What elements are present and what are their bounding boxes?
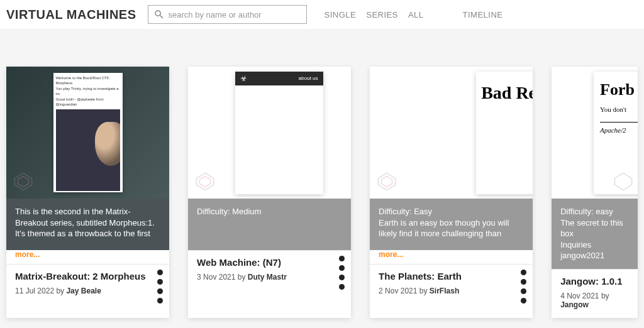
thumb-line: Welcome to the Boot2Root CTF, Morpheus: [56, 75, 120, 86]
nav-all[interactable]: ALL: [408, 10, 424, 19]
thumbnail-mini: Bad Requ: [476, 72, 533, 194]
card-description: This is the second in the Matrix-Breakou…: [6, 199, 169, 250]
thumb-sub-text: You don't: [600, 106, 638, 113]
vm-card[interactable]: Welcome to the Boot2Root CTF, Morpheus Y…: [6, 67, 169, 318]
vm-author[interactable]: Jay Beale: [66, 287, 101, 295]
brand-logo-icon: [376, 171, 397, 192]
card-footer: Web Machine: (N7) 3 Nov 2021 by Duty Mas…: [188, 250, 351, 290]
card-thumbnail: Forb You don't Apache/2: [552, 67, 638, 199]
thumb-line: Good luck! - @jaybeale from @inguardian: [56, 97, 120, 107]
vm-title[interactable]: The Planets: Earth: [379, 271, 524, 282]
vm-meta: 3 Nov 2021 by Duty Mastr: [197, 273, 342, 282]
brand-logo-icon: [613, 171, 634, 192]
vm-card[interactable]: Forb You don't Apache/2 Difficulty: easy…: [552, 67, 638, 318]
thumbnail-mini: ☣about us: [235, 72, 323, 194]
vm-meta: 4 Nov 2021 by Jangow: [560, 292, 629, 309]
card-description: Difficulty: Medium: [188, 199, 351, 250]
thumb-big-text: Forb: [600, 80, 638, 99]
card-menu-icon[interactable]: [339, 256, 345, 290]
svg-marker-1: [18, 177, 29, 187]
svg-marker-2: [196, 173, 213, 190]
svg-marker-5: [382, 177, 392, 187]
svg-marker-4: [378, 173, 395, 190]
card-footer: The Planets: Earth 2 Nov 2021 by SirFlas…: [370, 264, 533, 304]
thumb-header-text: about us: [299, 75, 318, 81]
nav-timeline[interactable]: TIMELINE: [463, 10, 503, 19]
card-description: Difficulty: Easy Earth is an easy box th…: [370, 199, 533, 250]
vm-author[interactable]: Jangow: [560, 300, 589, 309]
svg-marker-0: [14, 173, 31, 190]
more-link[interactable]: more...: [6, 250, 169, 264]
vm-author[interactable]: SirFlash: [430, 287, 459, 295]
vm-card[interactable]: Bad Requ Difficulty: Easy Earth is an ea…: [370, 67, 533, 318]
brand-logo-icon: [194, 171, 216, 192]
card-menu-icon[interactable]: [521, 270, 526, 303]
card-menu-icon[interactable]: [157, 270, 163, 303]
card-footer: Jangow: 1.0.1 4 Nov 2021 by Jangow: [552, 269, 638, 318]
topbar: VIRTUAL MACHINES SINGLE SERIES ALL TIMEL…: [0, 0, 644, 29]
search-icon: [153, 9, 165, 20]
brand-logo-icon: [13, 171, 34, 192]
card-thumbnail: ☣about us: [188, 67, 351, 199]
nav: SINGLE SERIES ALL TIMELINE: [325, 10, 503, 19]
nav-single[interactable]: SINGLE: [325, 10, 357, 19]
card-thumbnail: Bad Requ: [370, 67, 533, 199]
thumb-line: You play Trinity, trying to investigate …: [56, 86, 120, 97]
thumbnail-mini: Welcome to the Boot2Root CTF, Morpheus Y…: [53, 73, 123, 192]
vm-title[interactable]: Web Machine: (N7): [197, 257, 342, 268]
thumb-foot-text: Apache/2: [600, 126, 638, 134]
card-thumbnail: Welcome to the Boot2Root CTF, Morpheus Y…: [6, 67, 169, 199]
vm-meta: 11 Jul 2022 by Jay Beale: [15, 287, 160, 295]
more-link[interactable]: more...: [370, 250, 533, 264]
page-title: VIRTUAL MACHINES: [6, 8, 136, 22]
vm-title[interactable]: Jangow: 1.0.1: [560, 276, 629, 287]
svg-marker-3: [200, 177, 211, 187]
svg-marker-6: [614, 173, 631, 190]
card-description: Difficulty: easy The secret to this box …: [552, 199, 638, 269]
biohazard-icon: ☣: [240, 74, 247, 83]
search-box[interactable]: [148, 5, 307, 24]
vm-author[interactable]: Duty Mastr: [248, 273, 287, 282]
vm-title[interactable]: Matrix-Breakout: 2 Morpheus: [15, 271, 160, 282]
vm-card[interactable]: ☣about us Difficulty: Medium Web Machine…: [188, 67, 351, 318]
card-grid: Welcome to the Boot2Root CTF, Morpheus Y…: [0, 29, 644, 324]
thumb-big-text: Bad Requ: [481, 83, 533, 103]
vm-meta: 2 Nov 2021 by SirFlash: [379, 287, 524, 295]
nav-series[interactable]: SERIES: [366, 10, 398, 19]
card-footer: Matrix-Breakout: 2 Morpheus 11 Jul 2022 …: [6, 264, 169, 304]
search-input[interactable]: [169, 10, 301, 19]
